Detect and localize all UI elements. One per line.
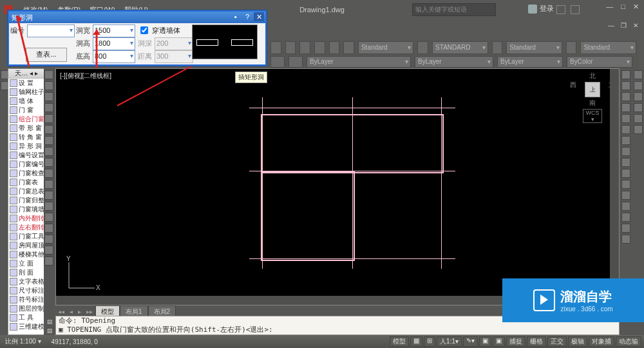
tree-item[interactable]: 门窗总表 xyxy=(8,187,44,196)
layer-icon[interactable] xyxy=(289,56,303,68)
move-icon[interactable] xyxy=(621,125,630,134)
maximize-button[interactable]: □ xyxy=(618,3,628,11)
tab-nav-next[interactable]: ▸ xyxy=(75,308,84,315)
dimstyle-icon[interactable] xyxy=(417,41,428,54)
tool-icon[interactable] xyxy=(285,41,296,54)
exchange-icon[interactable] xyxy=(556,5,565,14)
status-toggle[interactable]: 极轴 xyxy=(568,336,587,347)
viewcube-top[interactable]: 上 xyxy=(585,82,600,97)
dialog-titlebar[interactable]: 矩形洞 ▪ ? ✕ xyxy=(9,12,265,23)
polygon-icon[interactable] xyxy=(44,125,53,134)
status-toggle[interactable]: ⊞ xyxy=(424,336,435,347)
tree-item[interactable]: 楼梯其他 xyxy=(8,250,44,259)
tree-item[interactable]: 门窗编号 xyxy=(8,160,44,169)
tree-item[interactable]: 门 窗 xyxy=(8,106,44,115)
tree-item[interactable]: 门窗检查 xyxy=(8,169,44,178)
spline-icon[interactable] xyxy=(44,147,53,156)
tool-icon[interactable] xyxy=(299,41,310,54)
textstyle-dropdown[interactable]: Standard xyxy=(358,41,414,54)
status-toggle[interactable]: 捕捉 xyxy=(506,336,526,347)
doc-minimize-button[interactable]: — xyxy=(606,22,616,29)
status-toggle[interactable]: ✎▾ xyxy=(463,336,478,347)
mleaderstyle-dropdown[interactable]: Standard xyxy=(580,41,636,54)
commandline-handle[interactable]: ▤▤ xyxy=(44,317,55,335)
text-icon[interactable] xyxy=(44,169,53,178)
tree-item[interactable]: 立 面 xyxy=(8,259,44,268)
tree-item[interactable]: 房间屋顶 xyxy=(8,241,44,250)
rotate-icon[interactable] xyxy=(621,136,630,145)
dimstyle-dropdown[interactable]: STANDARD xyxy=(432,41,488,54)
array-icon[interactable] xyxy=(621,114,630,123)
join-icon[interactable] xyxy=(621,202,630,211)
linetype-dropdown[interactable]: ByLayer xyxy=(415,56,493,68)
tree-item[interactable]: 设 置 xyxy=(8,79,44,88)
mtext-icon[interactable] xyxy=(44,246,53,255)
block-icon[interactable] xyxy=(44,191,53,200)
wheel-icon[interactable] xyxy=(634,70,643,79)
doc-close-button[interactable]: ✕ xyxy=(631,22,640,29)
model-viewport[interactable]: [-][俯视][二维线框] 插矩形洞 北 西上东 南 WCS ▾ X Y xyxy=(55,68,620,305)
tree-item[interactable]: 尺寸标注 xyxy=(8,286,44,295)
polyline-icon[interactable] xyxy=(44,81,53,90)
viewcube-north[interactable]: 北 xyxy=(570,72,615,81)
pan-icon[interactable] xyxy=(634,81,643,90)
status-toggle[interactable]: 人1:1▾ xyxy=(437,336,462,347)
copy-icon[interactable] xyxy=(621,81,630,90)
status-toggle[interactable]: 正交 xyxy=(547,336,567,347)
table-icon[interactable] xyxy=(44,202,53,211)
region-icon[interactable] xyxy=(44,213,53,222)
tree-header[interactable]: 天… ◂ ▸ xyxy=(8,69,44,79)
arc-icon[interactable] xyxy=(44,103,53,112)
search-input[interactable]: 输入关键字或短语 xyxy=(412,3,496,16)
tree-item[interactable]: 符号标注 xyxy=(8,295,44,304)
tool-icon[interactable] xyxy=(329,41,340,54)
wcs-dropdown[interactable]: WCS ▾ xyxy=(583,109,602,123)
orbit-icon[interactable] xyxy=(634,114,643,123)
layer-dropdown[interactable]: ByLayer xyxy=(307,56,411,68)
dialog-help-icon[interactable]: ? xyxy=(242,12,252,21)
chamfer-icon[interactable] xyxy=(621,213,630,222)
dialog-pin-icon[interactable]: ▪ xyxy=(231,12,241,21)
tab-nav-first[interactable]: ◂◂ xyxy=(55,308,67,315)
fillet-icon[interactable] xyxy=(621,224,630,233)
status-toggle[interactable]: 模型 xyxy=(390,336,409,347)
tree-item[interactable]: 异 形 洞 xyxy=(8,142,44,151)
tab-nav-last[interactable]: ▸▸ xyxy=(84,308,95,315)
status-toggle[interactable]: ▣ xyxy=(479,336,491,347)
tree-item[interactable]: 墙 体 xyxy=(8,97,44,106)
tree-item[interactable]: 剖 面 xyxy=(8,268,44,277)
status-toggle[interactable]: ▣ xyxy=(493,336,505,347)
tree-item[interactable]: 带 形 窗 xyxy=(8,124,44,133)
tablestyle-icon[interactable] xyxy=(492,41,503,54)
zoom-window-icon[interactable] xyxy=(634,103,643,112)
textstyle-icon[interactable] xyxy=(343,41,354,54)
zoom-extents-icon[interactable] xyxy=(634,92,643,101)
boundary-icon[interactable] xyxy=(44,224,53,233)
tree-item[interactable]: 门窗表 xyxy=(8,178,44,187)
tablestyle-dropdown[interactable]: Standard xyxy=(506,41,562,54)
minimize-button[interactable]: — xyxy=(603,3,616,11)
tree-item[interactable]: 编号设置 xyxy=(8,151,44,160)
tree-item[interactable]: 门窗填墙 xyxy=(8,205,44,214)
revision-icon[interactable] xyxy=(44,235,53,244)
showhide-icon[interactable] xyxy=(634,125,643,134)
rectangle-icon[interactable] xyxy=(44,114,53,123)
trim-icon[interactable] xyxy=(621,169,630,178)
status-toggle[interactable]: ▦ xyxy=(410,336,422,347)
line-icon[interactable] xyxy=(44,70,53,79)
ellipse-icon[interactable] xyxy=(44,136,53,145)
status-toggle[interactable]: 动态输 xyxy=(616,336,641,347)
help-icon[interactable] xyxy=(571,5,580,14)
doc-restore-button[interactable]: ❐ xyxy=(619,22,629,29)
hatch-icon[interactable] xyxy=(44,158,53,167)
wipeout-icon[interactable] xyxy=(44,256,53,266)
break-icon[interactable] xyxy=(621,191,630,200)
viewcube-south[interactable]: 南 xyxy=(570,99,615,108)
viewport-vscrollbar[interactable] xyxy=(610,69,619,296)
tree-item[interactable]: 组合门窗 xyxy=(8,115,44,124)
number-combo[interactable] xyxy=(27,24,75,37)
login-button[interactable]: 登录 xyxy=(528,4,554,14)
plotstyle-dropdown[interactable]: ByColor xyxy=(567,56,632,68)
tree-item[interactable]: 转 角 窗 xyxy=(8,133,44,142)
tree-item[interactable]: 三维建模 xyxy=(8,322,44,331)
